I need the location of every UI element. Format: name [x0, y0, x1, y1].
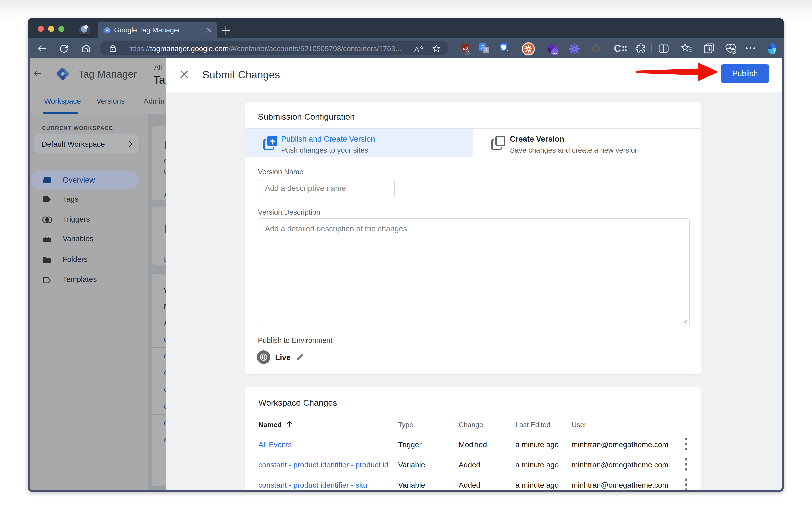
svg-text:13: 13	[553, 50, 558, 55]
svg-text:A: A	[415, 45, 419, 53]
svg-text:C: C	[614, 43, 621, 54]
svg-text:7: 7	[467, 50, 469, 55]
svg-text:1: 1	[507, 50, 509, 54]
